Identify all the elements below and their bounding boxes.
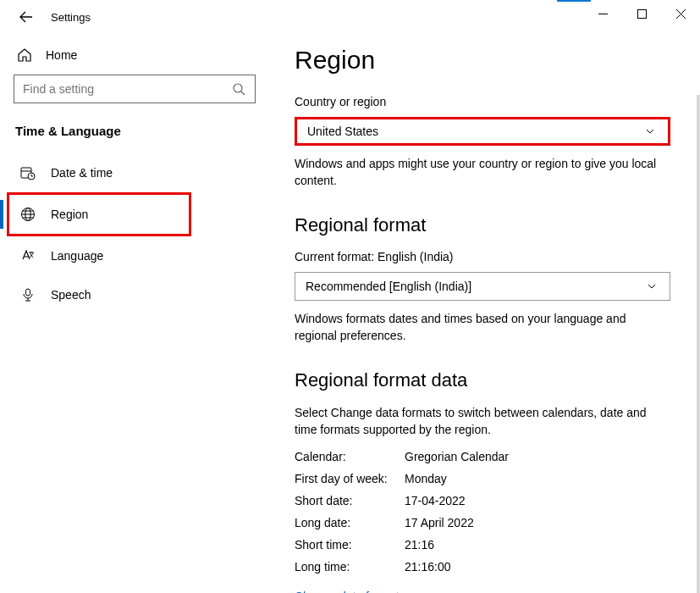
svg-rect-6 <box>26 289 30 296</box>
minimize-icon <box>598 9 608 19</box>
regional-format-data-heading: Regional format data <box>295 369 676 391</box>
window-title: Settings <box>51 11 91 24</box>
main-content: Region Country or region United States W… <box>271 34 700 593</box>
sidebar-item-language[interactable]: Language <box>14 236 257 275</box>
row-value: 21:16:00 <box>405 560 451 574</box>
regional-format-heading: Regional format <box>295 214 676 236</box>
sidebar-item-date-time[interactable]: Date & time <box>14 153 257 192</box>
close-icon <box>676 9 686 19</box>
page-title: Region <box>295 46 676 75</box>
search-icon <box>231 81 246 97</box>
row-key: Calendar: <box>295 450 405 463</box>
sidebar-item-region[interactable]: Region <box>14 195 189 234</box>
row-key: Long date: <box>295 516 405 529</box>
row-value: 17 April 2022 <box>405 516 474 529</box>
search-box[interactable] <box>14 75 256 103</box>
maximize-button[interactable] <box>622 0 661 27</box>
search-input[interactable] <box>23 82 231 96</box>
sidebar-item-label: Date & time <box>51 166 113 180</box>
maximize-icon <box>637 9 647 19</box>
format-data-table: Calendar: Gregorian Calendar First day o… <box>295 446 676 578</box>
chevron-down-icon <box>642 124 658 139</box>
highlight-box-region: Region <box>7 192 191 236</box>
row-value: Monday <box>405 472 447 485</box>
table-row: First day of week: Monday <box>295 468 676 490</box>
country-help: Windows and apps might use your country … <box>295 156 670 189</box>
row-key: Short date: <box>295 494 405 507</box>
table-row: Calendar: Gregorian Calendar <box>295 446 676 468</box>
home-label: Home <box>46 48 77 62</box>
sidebar-section-title: Time & Language <box>15 124 257 138</box>
table-row: Short time: 21:16 <box>295 534 676 556</box>
table-row: Long date: 17 April 2022 <box>295 512 676 534</box>
chevron-down-icon <box>644 279 659 294</box>
close-button[interactable] <box>661 0 700 27</box>
country-label: Country or region <box>295 95 676 108</box>
back-arrow-icon <box>19 10 33 24</box>
microphone-icon <box>20 287 36 302</box>
sidebar: Home Time & Language Date & time Region <box>0 34 271 593</box>
table-row: Short date: 17-04-2022 <box>295 490 676 512</box>
current-format-label: Current format: English (India) <box>295 250 676 263</box>
home-nav[interactable]: Home <box>14 41 257 75</box>
sidebar-item-label: Language <box>51 249 103 263</box>
sidebar-item-label: Speech <box>51 288 91 302</box>
format-dropdown[interactable]: Recommended [English (India)] <box>295 272 670 301</box>
svg-rect-0 <box>637 9 646 18</box>
row-key: Short time: <box>295 538 405 551</box>
sidebar-item-speech[interactable]: Speech <box>14 275 257 314</box>
format-value: Recommended [English (India)] <box>306 280 471 293</box>
change-data-formats-link[interactable]: Change data formats <box>295 590 405 593</box>
table-row: Long time: 21:16:00 <box>295 556 676 578</box>
row-key: Long time: <box>295 560 405 574</box>
home-icon <box>17 47 32 63</box>
back-button[interactable] <box>19 9 34 25</box>
globe-icon <box>20 207 36 222</box>
window-controls <box>583 0 700 27</box>
scrollbar[interactable] <box>697 95 700 593</box>
minimize-button[interactable] <box>583 0 622 27</box>
calendar-clock-icon <box>20 165 36 180</box>
row-value: Gregorian Calendar <box>405 450 509 463</box>
sidebar-item-label: Region <box>51 208 88 221</box>
country-dropdown[interactable]: United States <box>295 117 670 146</box>
row-key: First day of week: <box>295 472 405 485</box>
row-value: 21:16 <box>405 538 434 551</box>
format-help: Windows formats dates and times based on… <box>295 311 670 344</box>
row-value: 17-04-2022 <box>405 494 466 507</box>
data-help: Select Change data formats to switch bet… <box>295 405 670 438</box>
country-value: United States <box>307 125 378 138</box>
svg-point-1 <box>234 84 242 92</box>
language-icon <box>20 248 36 263</box>
